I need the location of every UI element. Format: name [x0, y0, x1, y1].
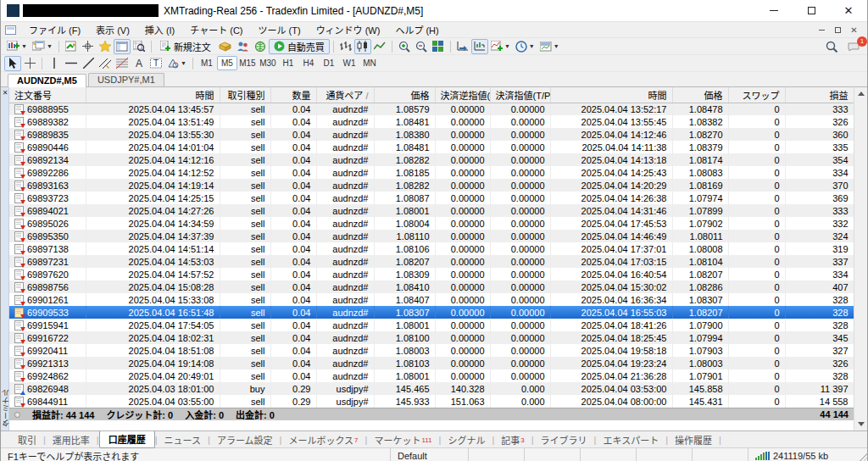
vertical-line-tool-button[interactable]: [46, 56, 63, 71]
trendline-tool-button[interactable]: [80, 56, 97, 71]
table-row[interactable]: 69889382 2025.04.04 13:51:49 sell 0.04 a…: [9, 115, 854, 128]
menu-window[interactable]: ウィンドウ (W): [309, 21, 388, 38]
col-symbol[interactable]: 通貨ペア /: [316, 87, 374, 103]
channel-tool-button[interactable]: [97, 56, 114, 71]
col-close-price[interactable]: 価格: [672, 87, 728, 103]
timeframe-w1-button[interactable]: W1: [339, 56, 359, 70]
status-profile[interactable]: Default: [391, 448, 469, 461]
autoscroll-button[interactable]: [454, 39, 471, 54]
table-row[interactable]: 69909533 2025.04.04 16:51:48 sell 0.04 a…: [9, 306, 854, 319]
templates-button[interactable]: ▼: [537, 39, 562, 54]
new-chart-button[interactable]: ▼: [4, 39, 30, 54]
indicators-button[interactable]: ▼: [488, 39, 513, 54]
col-volume[interactable]: 数量: [270, 87, 316, 103]
menu-help[interactable]: ヘルプ (H): [387, 21, 446, 38]
terminal-tab-11[interactable]: エキスパート: [596, 431, 665, 448]
chart-shift-toggle-button[interactable]: [471, 39, 488, 54]
table-row[interactable]: 69897620 2025.04.04 14:57:52 sell 0.04 a…: [9, 268, 854, 280]
col-order[interactable]: 注文番号: [9, 87, 86, 103]
timeframe-h4-button[interactable]: H4: [298, 56, 319, 70]
notifications-button[interactable]: 1: [845, 39, 862, 54]
table-row[interactable]: 69895350 2025.04.04 14:37:39 sell 0.04 a…: [9, 230, 854, 242]
menu-view[interactable]: 表示 (V): [88, 21, 137, 38]
col-tp[interactable]: 決済指値(T/P): [490, 87, 550, 103]
terminal-tab-9[interactable]: 記事3: [494, 431, 531, 448]
chart-tab-audnzd[interactable]: AUDNZD#,M5: [8, 74, 86, 87]
fibonacci-tool-button[interactable]: [114, 56, 131, 71]
cursor-tool-button[interactable]: [4, 56, 21, 71]
autotrade-button[interactable]: 自動売買: [269, 39, 330, 54]
search-button[interactable]: [823, 39, 840, 54]
chart-window-icon[interactable]: [5, 25, 16, 35]
shapes-tool-button[interactable]: ▼: [164, 56, 189, 71]
navigator-button[interactable]: [252, 39, 269, 54]
table-row[interactable]: 69894021 2025.04.04 14:27:26 sell 0.04 a…: [9, 204, 854, 217]
terminal-tab-1[interactable]: 取引: [11, 431, 43, 448]
horizontal-line-tool-button[interactable]: [63, 56, 80, 71]
bar-chart-mode-button[interactable]: [337, 39, 354, 54]
menu-file[interactable]: ファイル (F): [21, 21, 88, 38]
terminal-tab-2[interactable]: 運用比率: [46, 431, 97, 448]
timeframe-m5-button[interactable]: M5: [217, 56, 237, 70]
table-row[interactable]: 69901261 2025.04.04 15:33:08 sell 0.04 a…: [9, 293, 854, 306]
table-row[interactable]: 69892134 2025.04.04 14:12:16 sell 0.04 a…: [9, 153, 854, 166]
col-close-time[interactable]: 時間: [550, 87, 672, 103]
scroll-up-icon[interactable]: [854, 87, 868, 100]
terminal-button[interactable]: [234, 39, 252, 54]
new-order-button[interactable]: 新規注文: [155, 39, 216, 54]
table-row[interactable]: 69895026 2025.04.04 14:34:59 sell 0.04 a…: [9, 217, 854, 230]
col-type[interactable]: 取引種別: [220, 87, 270, 103]
menu-tools[interactable]: ツール (T): [251, 21, 309, 38]
timeframe-m30-button[interactable]: M30: [258, 56, 278, 70]
zoom-in-button[interactable]: [396, 39, 413, 54]
col-profit[interactable]: 損益: [785, 87, 854, 103]
timeframe-m15-button[interactable]: M15: [237, 56, 258, 70]
timeframe-mn-button[interactable]: MN: [359, 56, 380, 70]
terminal-tab-8[interactable]: シグナル: [441, 431, 492, 448]
col-open-price[interactable]: 価格: [374, 87, 435, 103]
col-sl[interactable]: 決済逆指値(...: [435, 87, 490, 103]
crosshair-tool-button[interactable]: [21, 56, 38, 71]
crosshair-button[interactable]: [80, 39, 97, 54]
menu-insert[interactable]: 挿入 (I): [137, 21, 182, 38]
terminal-tab-10[interactable]: ライブラリ: [534, 431, 594, 448]
terminal-tab-6[interactable]: メールボックス7: [281, 431, 364, 448]
terminal-tab-3[interactable]: 口座履歴: [99, 430, 155, 448]
table-row[interactable]: 69889835 2025.04.04 13:55:30 sell 0.04 a…: [9, 128, 854, 141]
history-center-button[interactable]: [216, 39, 234, 54]
terminal-tab-5[interactable]: アラーム設定: [210, 431, 280, 448]
mdi-restore-button[interactable]: [832, 25, 844, 36]
minimize-button[interactable]: [755, 0, 793, 21]
resize-grip[interactable]: [857, 453, 867, 461]
data-window-button[interactable]: [131, 39, 147, 54]
table-row[interactable]: 69915941 2025.04.04 17:54:05 sell 0.04 a…: [9, 319, 854, 331]
market-watch-button[interactable]: [114, 39, 131, 54]
table-row[interactable]: 69924862 2025.04.04 20:49:01 sell 0.04 a…: [9, 369, 854, 382]
table-row[interactable]: 69898756 2025.04.04 15:08:28 sell 0.04 a…: [9, 280, 854, 293]
timeframe-d1-button[interactable]: D1: [319, 56, 339, 70]
timeframe-h1-button[interactable]: H1: [278, 56, 298, 70]
periods-button[interactable]: ▼: [513, 39, 537, 54]
col-open-time[interactable]: 時間: [86, 87, 220, 103]
menu-chart[interactable]: チャート (C): [182, 21, 250, 38]
text-label-tool-button[interactable]: T: [147, 56, 164, 71]
table-row[interactable]: 69893163 2025.04.04 14:19:14 sell 0.04 a…: [9, 179, 854, 192]
candlestick-mode-button[interactable]: [354, 39, 371, 54]
table-row[interactable]: 69897231 2025.04.04 14:53:03 sell 0.04 a…: [9, 255, 854, 268]
profiles-button[interactable]: ▼: [30, 39, 55, 54]
table-row[interactable]: 69826948 2025.04.03 18:01:00 buy 0.29 us…: [9, 382, 854, 395]
tile-windows-button[interactable]: [430, 39, 447, 54]
table-row[interactable]: 69920411 2025.04.04 18:51:08 sell 0.04 a…: [9, 344, 854, 357]
table-row[interactable]: 69892286 2025.04.04 14:12:52 sell 0.04 a…: [9, 166, 854, 179]
table-row[interactable]: 69844911 2025.04.04 03:55:00 sell 0.29 u…: [9, 395, 854, 408]
table-row[interactable]: 69921313 2025.04.04 19:14:08 sell 0.04 a…: [9, 357, 854, 369]
close-button[interactable]: ✕: [830, 0, 867, 21]
mdi-minimize-button[interactable]: [815, 25, 828, 36]
zoom-out-button[interactable]: [413, 39, 430, 54]
terminal-tab-12[interactable]: 操作履歴: [668, 431, 719, 448]
terminal-close-icon[interactable]: ✕: [1, 88, 9, 97]
table-row[interactable]: 69916722 2025.04.04 18:02:31 sell 0.04 a…: [9, 331, 854, 344]
table-row[interactable]: 69893723 2025.04.04 14:25:15 sell 0.04 a…: [9, 192, 854, 204]
timeframe-m1-button[interactable]: M1: [197, 56, 217, 70]
maximize-button[interactable]: [793, 0, 830, 21]
